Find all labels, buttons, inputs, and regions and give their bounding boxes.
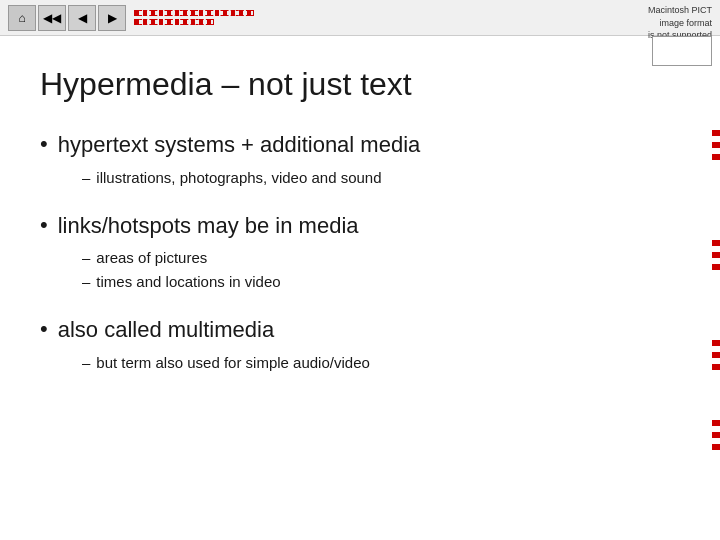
sub-text-3-1: but term also used for simple audio/vide… <box>96 351 369 375</box>
navigation-bar: ⌂ ◀◀ ◀ ▶ Macintosh PICT image format is … <box>0 0 720 36</box>
sub-text-1-1: illustrations, photographs, video and so… <box>96 166 381 190</box>
bullet-main-3: • also called multimedia <box>40 316 680 345</box>
bullet-main-1: • hypertext systems + additional media <box>40 131 680 160</box>
bullet-dot-1: • <box>40 131 48 157</box>
bullet-text-1: hypertext systems + additional media <box>58 131 421 160</box>
back-double-icon: ◀◀ <box>43 11 61 25</box>
sub-bullets-1: – illustrations, photographs, video and … <box>82 166 680 190</box>
bullet-section-2: • links/hotspots may be in media – areas… <box>40 212 680 295</box>
slide-content: Hypermedia – not just text • hypertext s… <box>0 46 720 417</box>
progress-decoration <box>134 10 254 25</box>
forward-button[interactable]: ▶ <box>98 5 126 31</box>
sub-bullet-2-1: – areas of pictures <box>82 246 680 270</box>
pict-line2: image format <box>648 17 712 30</box>
bullet-dot-2: • <box>40 212 48 238</box>
home-icon: ⌂ <box>18 11 25 25</box>
bullet-section-1: • hypertext systems + additional media –… <box>40 131 680 190</box>
sub-text-2-1: areas of pictures <box>96 246 207 270</box>
progress-bar-bottom <box>134 19 214 25</box>
pict-image-placeholder <box>652 36 712 66</box>
forward-icon: ▶ <box>108 11 117 25</box>
bullet-text-2: links/hotspots may be in media <box>58 212 359 241</box>
back-double-button[interactable]: ◀◀ <box>38 5 66 31</box>
sub-bullets-2: – areas of pictures – times and location… <box>82 246 680 294</box>
sub-bullets-3: – but term also used for simple audio/vi… <box>82 351 680 375</box>
sub-dash-2-2: – <box>82 270 90 294</box>
sub-bullet-1-1: – illustrations, photographs, video and … <box>82 166 680 190</box>
back-button[interactable]: ◀ <box>68 5 96 31</box>
bullet-dot-3: • <box>40 316 48 342</box>
side-decoration-1 <box>712 130 720 160</box>
side-decoration-3 <box>712 340 720 370</box>
bullet-text-3: also called multimedia <box>58 316 274 345</box>
sub-bullet-3-1: – but term also used for simple audio/vi… <box>82 351 680 375</box>
sub-text-2-2: times and locations in video <box>96 270 280 294</box>
progress-bar-top <box>134 10 254 16</box>
pict-line1: Macintosh PICT <box>648 4 712 17</box>
sub-bullet-2-2: – times and locations in video <box>82 270 680 294</box>
side-decoration-2 <box>712 240 720 270</box>
back-icon: ◀ <box>78 11 87 25</box>
home-button[interactable]: ⌂ <box>8 5 36 31</box>
bullet-main-2: • links/hotspots may be in media <box>40 212 680 241</box>
sub-dash-2-1: – <box>82 246 90 270</box>
sub-dash-1-1: – <box>82 166 90 190</box>
sub-dash-3-1: – <box>82 351 90 375</box>
nav-buttons: ⌂ ◀◀ ◀ ▶ <box>8 5 126 31</box>
slide-title: Hypermedia – not just text <box>40 66 680 103</box>
bullet-section-3: • also called multimedia – but term also… <box>40 316 680 375</box>
side-decoration-4 <box>712 420 720 450</box>
